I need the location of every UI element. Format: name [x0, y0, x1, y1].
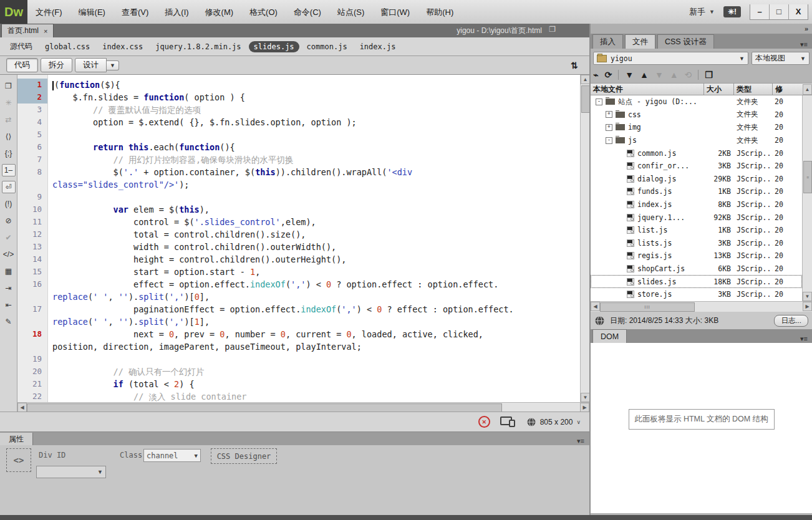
format-source-icon[interactable]: ✎ [2, 315, 16, 328]
related-file-common.js[interactable]: common.js [302, 41, 352, 52]
file-row-css[interactable]: +css文件夹20 [591, 108, 802, 122]
code-line[interactable]: 8 $('.' + option.container, $(this)).chi… [17, 166, 580, 178]
file-row-dialog.js[interactable]: dialog.js29KBJScrip...20 [591, 173, 802, 186]
wrap-tag-icon[interactable]: </> [2, 248, 16, 261]
code-line[interactable]: 11 control = $('.slides_control',elem), [17, 216, 580, 228]
file-row-slides.js[interactable]: slides.js18KBJScrip...20 [591, 275, 802, 288]
menu-item-插入(I)[interactable]: 插入(I) [157, 1, 196, 24]
menu-item-查看(V)[interactable]: 查看(V) [114, 1, 157, 24]
related-file-jquery.1.8.2.min.js[interactable]: jquery.1.8.2.min.js [150, 41, 246, 52]
close-tab-icon[interactable]: × [44, 27, 47, 35]
window-size-selector[interactable]: 805 x 200 ∨ [526, 417, 581, 427]
code-line[interactable]: 14 height = control.children().outerHeig… [17, 253, 580, 266]
file-management-icon[interactable]: ⇅ [571, 60, 578, 70]
related-file-index.css[interactable]: index.css [97, 41, 148, 52]
code-line[interactable]: 22 // 淡入 slide container [17, 390, 580, 402]
file-row-list.js[interactable]: list.js1KBJScrip...20 [591, 224, 802, 237]
tree-scroll-right-icon[interactable]: ▶ [803, 302, 812, 311]
vertical-scroll-thumb[interactable] [581, 85, 590, 113]
file-row-common.js[interactable]: common.js2KBJScrip...20 [591, 147, 802, 160]
minimize-button[interactable]: – [750, 4, 769, 19]
code-line[interactable]: 10 var elem = $(this), [17, 203, 580, 216]
code-line[interactable]: 13 width = control.children().outerWidth… [17, 241, 580, 253]
div-id-combo[interactable]: ▼ [36, 466, 106, 478]
view-button-拆分[interactable]: 拆分 [41, 58, 72, 72]
multiscreen-preview-icon[interactable] [500, 416, 516, 427]
workspace-switcher[interactable]: 新手 ▼ [689, 6, 715, 17]
syntax-error-alerts-icon[interactable]: (!) [2, 198, 16, 210]
code-line[interactable]: 7 // 用幻灯片控制容器,确保每块滑块的水平切换 [17, 153, 580, 166]
file-row-img[interactable]: +img文件夹20 [591, 121, 802, 134]
tree-scroll-thumb[interactable]: ≡ [803, 161, 812, 193]
file-row-funds.js[interactable]: funds.js1KBJScrip...20 [591, 185, 802, 198]
log-button[interactable]: 日志... [774, 315, 808, 327]
tree-scroll-up-icon[interactable]: ▲ [803, 84, 812, 95]
balance-braces-icon[interactable]: {;} [2, 147, 16, 160]
sync-icon[interactable]: ⟲ [685, 70, 692, 80]
css-designer-button[interactable]: CSS Designer [211, 448, 277, 464]
file-row-shopCart.js[interactable]: shopCart.js6KBJScrip...20 [591, 262, 802, 276]
line-numbers-icon[interactable]: 1– [2, 164, 16, 176]
open-documents-icon[interactable]: ❐ [2, 80, 16, 92]
menu-item-命令(C)[interactable]: 命令(C) [286, 1, 329, 24]
menu-item-修改(M)[interactable]: 修改(M) [197, 1, 242, 24]
collapse-selection-icon[interactable]: ⇄ [2, 113, 16, 126]
maximize-button[interactable]: □ [769, 4, 788, 19]
code-line[interactable]: 15 start = option.start - 1, [17, 266, 580, 278]
menu-item-站点(S)[interactable]: 站点(S) [329, 1, 372, 24]
code-line[interactable]: replace(' ', '').split(',')[1], [17, 315, 580, 328]
panel-menu-icon[interactable]: ▾≡ [800, 41, 808, 49]
editor-vertical-scrollbar[interactable]: ▲ ▼ [580, 75, 590, 402]
column-type[interactable]: 类型 [734, 84, 773, 95]
file-row-jquery.1...[interactable]: jquery.1...92KBJScrip...20 [591, 211, 802, 224]
file-row-js[interactable]: -js文件夹20 [591, 134, 802, 147]
code-line[interactable]: replace(' ', '').split(',')[0], [17, 291, 580, 303]
menu-item-帮助(H)[interactable]: 帮助(H) [418, 1, 462, 24]
code-editor[interactable]: 1(function($){2 $.fn.slides = function( … [17, 75, 580, 402]
code-line[interactable]: 1(function($){ [17, 79, 580, 91]
dreamweaver-logo-icon[interactable]: Dw [0, 0, 27, 24]
html-mode-button[interactable]: <> [6, 448, 31, 472]
collapse-full-tag-icon[interactable]: ✳ [2, 97, 16, 109]
tree-vertical-scrollbar[interactable]: ≡ ▼ [802, 95, 812, 301]
code-line[interactable]: 19 [17, 353, 580, 365]
scroll-left-icon[interactable]: ◀ [17, 403, 27, 412]
panel-menu-icon[interactable]: ▾≡ [800, 335, 808, 343]
code-line[interactable]: 18 next = 0, prev = 0, number = 0, curre… [17, 328, 580, 340]
indent-code-icon[interactable]: ⇥ [2, 282, 16, 294]
collapse-panels-icon[interactable]: » [805, 25, 808, 32]
collapse-icon[interactable]: - [606, 137, 612, 144]
view-combo[interactable]: 本地视图 ▼ [752, 52, 810, 65]
collapse-icon[interactable]: - [596, 99, 602, 105]
code-line[interactable]: 9 [17, 191, 580, 203]
error-status-icon[interactable]: ✕ [478, 416, 490, 428]
word-wrap-icon[interactable]: ⏎ [2, 181, 16, 193]
file-row-store.js[interactable]: store.js3KBJScrip...20 [591, 288, 802, 301]
menu-item-格式(O)[interactable]: 格式(O) [241, 1, 286, 24]
menu-item-窗口(W)[interactable]: 窗口(W) [372, 1, 418, 24]
scroll-up-icon[interactable]: ▲ [581, 75, 590, 84]
tab-dom[interactable]: DOM [592, 329, 627, 343]
scroll-down-icon[interactable]: ▼ [581, 393, 590, 402]
code-line[interactable]: 3 // 覆盖默认值与指定的选项 [17, 104, 580, 116]
file-row-index.js[interactable]: index.js8KBJScrip...20 [591, 198, 802, 211]
tab-properties[interactable]: 属性 [0, 433, 33, 445]
highlight-invalid-code-icon[interactable]: ⊘ [2, 214, 16, 227]
tree-scroll-down-icon[interactable]: ▼ [803, 292, 812, 301]
class-combo[interactable]: channel ▼ [143, 449, 201, 462]
get-file-icon[interactable]: ▼ [625, 70, 634, 80]
code-line[interactable]: 4 option = $.extend( {}, $.fn.slides.opt… [17, 116, 580, 128]
outdent-code-icon[interactable]: ⇤ [2, 299, 16, 311]
document-tab[interactable]: 首页.html × [1, 24, 54, 37]
menu-item-编辑(E)[interactable]: 编辑(E) [70, 1, 114, 24]
column-modified[interactable]: 修 [773, 84, 803, 95]
sync-alert-icon[interactable]: ✳! [723, 6, 741, 17]
source-code-button[interactable]: 源代码 [5, 40, 37, 53]
tree-scroll-left-icon[interactable]: ◀ [591, 302, 600, 311]
expand-icon[interactable]: + [606, 124, 612, 131]
code-line[interactable]: 6 return this.each(function(){ [17, 141, 580, 153]
column-local-files[interactable]: 本地文件 [591, 84, 704, 95]
code-line[interactable]: 16 effect = option.effect.indexOf(',') <… [17, 278, 580, 291]
site-combo[interactable]: yigou ▼ [593, 52, 748, 65]
file-row-regis.js[interactable]: regis.js13KBJScrip...20 [591, 249, 802, 262]
